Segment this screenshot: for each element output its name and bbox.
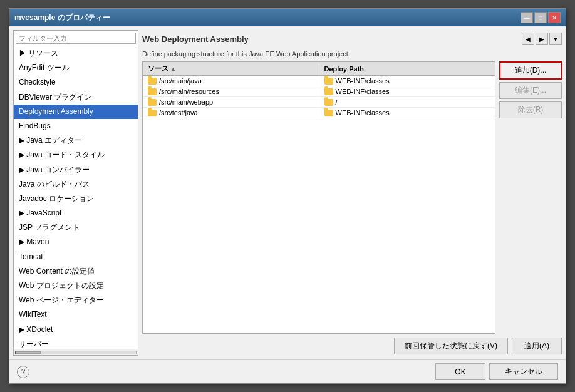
folder-icon [148,88,157,95]
titlebar: mvcsample のプロパティー — □ ✕ [9,9,566,26]
footer-buttons: OK キャンセル [435,363,558,380]
sidebar-item-dbviewer[interactable]: DBViewer プラグイン [14,90,138,105]
main-content: ▶ リソースAnyEdit ツールCheckstyleDBViewer プラグイ… [9,26,566,359]
action-buttons: 追加(D)... 編集(E)... 除去(R) [499,61,562,334]
folder-icon [148,78,157,85]
folder-icon [148,99,157,106]
sidebar-item-java-editor[interactable]: ▶ Java エディター [14,133,138,148]
nav-arrows: ◀ ▶ ▼ [522,33,562,45]
sidebar-item-web-content[interactable]: Web Content の設定値 [14,264,138,279]
sidebar-list: ▶ リソースAnyEdit ツールCheckstyleDBViewer プラグイ… [14,46,138,349]
table-row[interactable]: /src/test/javaWEB-INF/classes [143,108,495,118]
bottom-bar: 前回保管した状態に戻す(V) 適用(A) [142,334,562,356]
sidebar-item-web-project[interactable]: Web プロジェクトの設定 [14,279,138,293]
nav-back-button[interactable]: ◀ [522,33,534,45]
deploy-path-cell: WEB-INF/classes [319,86,495,96]
folder-icon [324,110,333,116]
sidebar-item-findbugs[interactable]: FindBugs [14,119,138,133]
close-button[interactable]: ✕ [548,12,561,23]
source-column-header: ソース ▲ [143,62,319,75]
table-area: ソース ▲ Deploy Path /src/main/javaWEB-INF/… [142,61,562,334]
sidebar-item-server[interactable]: サーバー [14,337,138,349]
sidebar-item-javadoc-location[interactable]: Javadoc ロケーション [14,192,138,206]
deploy-path-cell: WEB-INF/classes [319,76,495,86]
sidebar-item-jsp-fragment[interactable]: JSP フラグメント [14,220,138,235]
cancel-button[interactable]: キャンセル [489,363,558,380]
deploy-path-cell: WEB-INF/classes [319,108,495,118]
filter-input[interactable] [16,33,136,44]
panel-description: Define packaging structure for this Java… [142,50,562,58]
sidebar-item-anyedit[interactable]: AnyEdit ツール [14,61,138,75]
sidebar-item-tomcat[interactable]: Tomcat [14,250,138,264]
minimize-button[interactable]: — [521,12,533,23]
table-header: ソース ▲ Deploy Path [143,62,495,76]
source-cell: /src/main/webapp [143,97,319,107]
source-cell: /src/test/java [143,108,319,118]
apply-button[interactable]: 適用(A) [512,338,562,354]
sidebar-item-checkstyle[interactable]: Checkstyle [14,75,138,90]
folder-icon [324,78,333,85]
help-button[interactable]: ? [17,366,29,378]
add-button[interactable]: 追加(D)... [499,61,562,80]
sidebar-item-web-page-editor[interactable]: Web ページ・エディター [14,293,138,307]
source-cell: /src/main/resources [143,86,319,96]
folder-icon [148,110,157,116]
sidebar-item-java-compiler[interactable]: ▶ Java コンパイラー [14,163,138,177]
scrollbar-track [15,351,137,354]
sidebar-item-javascript[interactable]: ▶ JavaScript [14,206,138,220]
table-row[interactable]: /src/main/resourcesWEB-INF/classes [143,86,495,97]
source-cell: /src/main/java [143,76,319,86]
properties-window: mvcsample のプロパティー — □ ✕ ▶ リソースAnyEdit ツー… [9,8,566,384]
deploy-path-column-header: Deploy Path [319,62,495,75]
panel-title: Web Deployment Assembly [142,34,249,44]
main-panel: Web Deployment Assembly ◀ ▶ ▼ Define pac… [142,30,562,356]
restore-button[interactable]: 前回保管した状態に戻す(V) [394,338,508,354]
table-row[interactable]: /src/main/webapp/ [143,97,495,108]
scrollbar-thumb[interactable] [16,351,41,354]
main-header: Web Deployment Assembly ◀ ▶ ▼ [142,30,562,48]
ok-button[interactable]: OK [435,363,485,380]
window-title: mvcsample のプロパティー [14,13,110,23]
filter-area [14,31,138,46]
window-controls: — □ ✕ [521,12,561,23]
assembly-table: ソース ▲ Deploy Path /src/main/javaWEB-INF/… [142,61,495,334]
maximize-button[interactable]: □ [534,12,547,23]
sidebar-item-java-code-style[interactable]: ▶ Java コード・スタイル [14,148,138,162]
sidebar-item-wikitext[interactable]: WikiText [14,307,138,322]
folder-icon [324,99,333,106]
sidebar-item-java-build-path[interactable]: Java のビルド・パス [14,177,138,192]
remove-button[interactable]: 除去(R) [499,101,562,118]
sort-arrow-icon: ▲ [170,66,176,72]
footer: ? OK キャンセル [9,359,566,383]
folder-icon [324,88,333,95]
nav-forward-button[interactable]: ▶ [536,33,548,45]
sidebar-item-xdoclet[interactable]: ▶ XDoclet [14,322,138,337]
sidebar-scrollbar [14,349,138,355]
sidebar-item-resources[interactable]: ▶ リソース [14,46,138,61]
table-row[interactable]: /src/main/javaWEB-INF/classes [143,76,495,86]
table-body: /src/main/javaWEB-INF/classes/src/main/r… [143,76,495,333]
sidebar-item-maven[interactable]: ▶ Maven [14,235,138,249]
deploy-path-cell: / [319,97,495,107]
sidebar-item-deployment-assembly[interactable]: Deployment Assembly [14,105,138,119]
sidebar: ▶ リソースAnyEdit ツールCheckstyleDBViewer プラグイ… [13,30,138,356]
edit-button[interactable]: 編集(E)... [499,82,562,99]
nav-down-button[interactable]: ▼ [549,33,562,45]
